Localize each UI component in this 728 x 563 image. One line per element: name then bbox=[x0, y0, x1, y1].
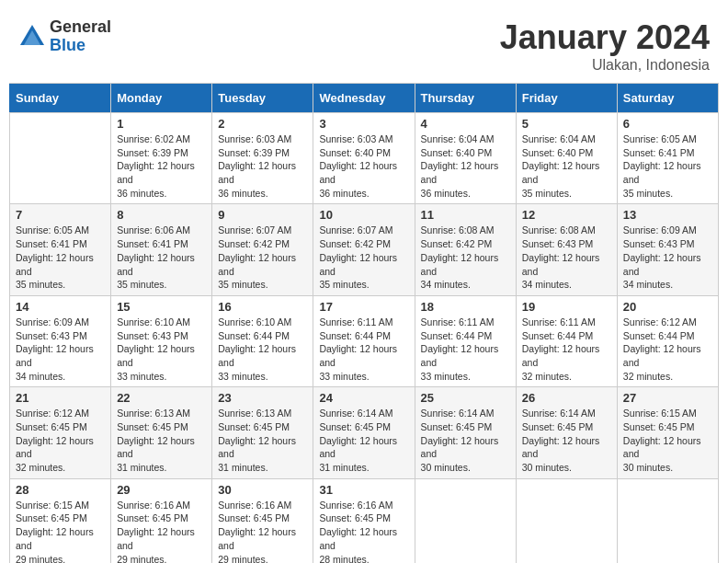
day-cell bbox=[415, 478, 516, 563]
day-info: Sunrise: 6:09 AMSunset: 6:43 PMDaylight:… bbox=[623, 224, 712, 291]
day-info: Sunrise: 6:14 AMSunset: 6:45 PMDaylight:… bbox=[421, 407, 510, 474]
day-cell: 16Sunrise: 6:10 AMSunset: 6:44 PMDayligh… bbox=[212, 295, 313, 386]
day-number: 20 bbox=[623, 300, 712, 314]
day-number: 5 bbox=[522, 117, 611, 131]
day-number: 21 bbox=[16, 391, 105, 405]
logo: General Blue bbox=[18, 18, 111, 55]
day-cell bbox=[617, 478, 718, 563]
day-info: Sunrise: 6:02 AMSunset: 6:39 PMDaylight:… bbox=[117, 132, 206, 200]
day-cell: 30Sunrise: 6:16 AMSunset: 6:45 PMDayligh… bbox=[212, 478, 313, 563]
day-cell: 12Sunrise: 6:08 AMSunset: 6:43 PMDayligh… bbox=[516, 204, 617, 295]
day-cell: 20Sunrise: 6:12 AMSunset: 6:44 PMDayligh… bbox=[617, 295, 718, 386]
day-info: Sunrise: 6:07 AMSunset: 6:42 PMDaylight:… bbox=[319, 224, 408, 291]
day-number: 8 bbox=[117, 208, 206, 222]
day-cell: 21Sunrise: 6:12 AMSunset: 6:45 PMDayligh… bbox=[10, 387, 111, 478]
day-info: Sunrise: 6:11 AMSunset: 6:44 PMDaylight:… bbox=[522, 316, 611, 383]
day-cell: 18Sunrise: 6:11 AMSunset: 6:44 PMDayligh… bbox=[415, 295, 516, 386]
day-cell: 27Sunrise: 6:15 AMSunset: 6:45 PMDayligh… bbox=[617, 387, 718, 478]
day-number: 24 bbox=[319, 391, 408, 405]
day-info: Sunrise: 6:16 AMSunset: 6:45 PMDaylight:… bbox=[117, 499, 206, 563]
day-number: 15 bbox=[117, 300, 206, 314]
logo-blue: Blue bbox=[50, 37, 111, 55]
day-number: 31 bbox=[319, 483, 408, 497]
day-number: 12 bbox=[522, 208, 611, 222]
day-number: 14 bbox=[16, 300, 105, 314]
day-info: Sunrise: 6:15 AMSunset: 6:45 PMDaylight:… bbox=[623, 407, 712, 474]
day-info: Sunrise: 6:06 AMSunset: 6:41 PMDaylight:… bbox=[117, 224, 206, 291]
day-cell: 15Sunrise: 6:10 AMSunset: 6:43 PMDayligh… bbox=[111, 295, 212, 386]
column-header-saturday: Saturday bbox=[617, 84, 718, 113]
day-number: 29 bbox=[117, 483, 206, 497]
day-info: Sunrise: 6:11 AMSunset: 6:44 PMDaylight:… bbox=[421, 316, 510, 383]
column-header-sunday: Sunday bbox=[10, 84, 111, 113]
logo-general: General bbox=[50, 18, 111, 37]
column-header-thursday: Thursday bbox=[415, 84, 516, 113]
day-cell: 25Sunrise: 6:14 AMSunset: 6:45 PMDayligh… bbox=[415, 387, 516, 478]
day-cell: 7Sunrise: 6:05 AMSunset: 6:41 PMDaylight… bbox=[10, 204, 111, 295]
day-cell: 24Sunrise: 6:14 AMSunset: 6:45 PMDayligh… bbox=[313, 387, 415, 478]
day-number: 10 bbox=[319, 208, 408, 222]
day-info: Sunrise: 6:07 AMSunset: 6:42 PMDaylight:… bbox=[218, 224, 307, 291]
day-info: Sunrise: 6:13 AMSunset: 6:45 PMDaylight:… bbox=[117, 407, 206, 474]
day-info: Sunrise: 6:16 AMSunset: 6:45 PMDaylight:… bbox=[218, 499, 307, 563]
day-info: Sunrise: 6:12 AMSunset: 6:44 PMDaylight:… bbox=[623, 316, 712, 383]
week-row-3: 14Sunrise: 6:09 AMSunset: 6:43 PMDayligh… bbox=[10, 295, 719, 386]
day-cell: 8Sunrise: 6:06 AMSunset: 6:41 PMDaylight… bbox=[111, 204, 212, 295]
day-cell: 2Sunrise: 6:03 AMSunset: 6:39 PMDaylight… bbox=[212, 113, 313, 204]
logo-text: General Blue bbox=[50, 18, 111, 55]
day-cell: 13Sunrise: 6:09 AMSunset: 6:43 PMDayligh… bbox=[617, 204, 718, 295]
day-number: 11 bbox=[421, 208, 510, 222]
day-number: 6 bbox=[623, 117, 712, 131]
day-info: Sunrise: 6:04 AMSunset: 6:40 PMDaylight:… bbox=[522, 132, 611, 200]
header-row: SundayMondayTuesdayWednesdayThursdayFrid… bbox=[10, 84, 719, 113]
day-info: Sunrise: 6:15 AMSunset: 6:45 PMDaylight:… bbox=[16, 499, 105, 563]
day-cell: 10Sunrise: 6:07 AMSunset: 6:42 PMDayligh… bbox=[313, 204, 415, 295]
day-cell: 11Sunrise: 6:08 AMSunset: 6:42 PMDayligh… bbox=[415, 204, 516, 295]
calendar-table: SundayMondayTuesdayWednesdayThursdayFrid… bbox=[9, 83, 719, 563]
day-number: 18 bbox=[421, 300, 510, 314]
day-cell: 14Sunrise: 6:09 AMSunset: 6:43 PMDayligh… bbox=[10, 295, 111, 386]
day-info: Sunrise: 6:08 AMSunset: 6:42 PMDaylight:… bbox=[421, 224, 510, 291]
day-number: 2 bbox=[218, 117, 307, 131]
day-number: 4 bbox=[421, 117, 510, 131]
day-info: Sunrise: 6:04 AMSunset: 6:40 PMDaylight:… bbox=[421, 132, 510, 200]
day-number: 9 bbox=[218, 208, 307, 222]
day-info: Sunrise: 6:09 AMSunset: 6:43 PMDaylight:… bbox=[16, 316, 105, 383]
day-number: 19 bbox=[522, 300, 611, 314]
day-info: Sunrise: 6:10 AMSunset: 6:44 PMDaylight:… bbox=[218, 316, 307, 383]
column-header-wednesday: Wednesday bbox=[313, 84, 415, 113]
day-cell: 29Sunrise: 6:16 AMSunset: 6:45 PMDayligh… bbox=[111, 478, 212, 563]
day-cell: 4Sunrise: 6:04 AMSunset: 6:40 PMDaylight… bbox=[415, 113, 516, 204]
day-cell: 22Sunrise: 6:13 AMSunset: 6:45 PMDayligh… bbox=[111, 387, 212, 478]
day-info: Sunrise: 6:11 AMSunset: 6:44 PMDaylight:… bbox=[319, 316, 408, 383]
day-number: 22 bbox=[117, 391, 206, 405]
day-info: Sunrise: 6:14 AMSunset: 6:45 PMDaylight:… bbox=[522, 407, 611, 474]
day-number: 3 bbox=[319, 117, 408, 131]
day-info: Sunrise: 6:10 AMSunset: 6:43 PMDaylight:… bbox=[117, 316, 206, 383]
month-title: January 2024 bbox=[500, 18, 710, 57]
day-number: 17 bbox=[319, 300, 408, 314]
week-row-2: 7Sunrise: 6:05 AMSunset: 6:41 PMDaylight… bbox=[10, 204, 719, 295]
day-cell: 23Sunrise: 6:13 AMSunset: 6:45 PMDayligh… bbox=[212, 387, 313, 478]
column-header-monday: Monday bbox=[111, 84, 212, 113]
day-number: 16 bbox=[218, 300, 307, 314]
day-cell: 1Sunrise: 6:02 AMSunset: 6:39 PMDaylight… bbox=[111, 113, 212, 204]
day-number: 26 bbox=[522, 391, 611, 405]
day-info: Sunrise: 6:05 AMSunset: 6:41 PMDaylight:… bbox=[16, 224, 105, 291]
day-cell: 9Sunrise: 6:07 AMSunset: 6:42 PMDaylight… bbox=[212, 204, 313, 295]
week-row-5: 28Sunrise: 6:15 AMSunset: 6:45 PMDayligh… bbox=[10, 478, 719, 563]
day-info: Sunrise: 6:13 AMSunset: 6:45 PMDaylight:… bbox=[218, 407, 307, 474]
day-cell bbox=[10, 113, 111, 204]
day-cell: 6Sunrise: 6:05 AMSunset: 6:41 PMDaylight… bbox=[617, 113, 718, 204]
day-info: Sunrise: 6:14 AMSunset: 6:45 PMDaylight:… bbox=[319, 407, 408, 474]
week-row-1: 1Sunrise: 6:02 AMSunset: 6:39 PMDaylight… bbox=[10, 113, 719, 204]
page-header: General Blue January 2024 Ulakan, Indone… bbox=[9, 9, 719, 78]
day-cell: 5Sunrise: 6:04 AMSunset: 6:40 PMDaylight… bbox=[516, 113, 617, 204]
location: Ulakan, Indonesia bbox=[500, 57, 710, 74]
day-info: Sunrise: 6:16 AMSunset: 6:45 PMDaylight:… bbox=[319, 499, 408, 563]
day-cell: 19Sunrise: 6:11 AMSunset: 6:44 PMDayligh… bbox=[516, 295, 617, 386]
day-cell: 31Sunrise: 6:16 AMSunset: 6:45 PMDayligh… bbox=[313, 478, 415, 563]
column-header-friday: Friday bbox=[516, 84, 617, 113]
week-row-4: 21Sunrise: 6:12 AMSunset: 6:45 PMDayligh… bbox=[10, 387, 719, 478]
day-number: 23 bbox=[218, 391, 307, 405]
